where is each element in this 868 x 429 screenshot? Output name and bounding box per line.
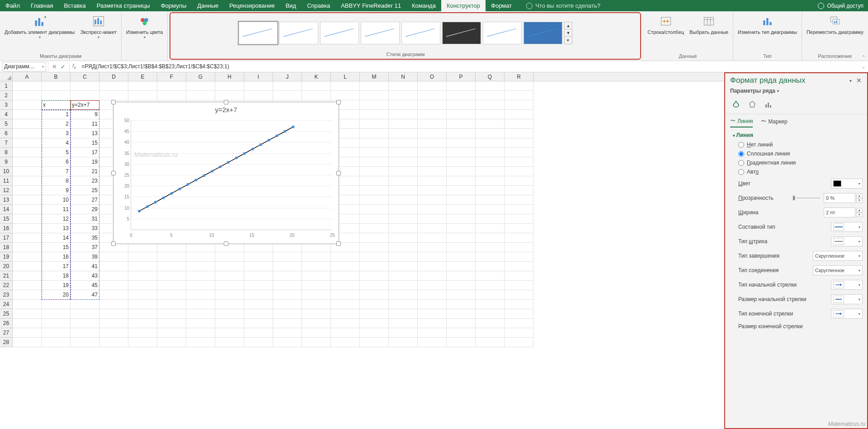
- cell[interactable]: [389, 328, 418, 338]
- cell[interactable]: [157, 243, 186, 252]
- cell[interactable]: [71, 300, 99, 309]
- cell[interactable]: [215, 319, 244, 328]
- cell[interactable]: [476, 119, 505, 129]
- cell[interactable]: [505, 214, 533, 224]
- cell[interactable]: [360, 81, 389, 91]
- cell[interactable]: [360, 214, 389, 224]
- col-header[interactable]: H: [215, 72, 244, 81]
- tab-Вид[interactable]: Вид: [280, 0, 302, 11]
- cell[interactable]: [244, 300, 273, 309]
- cell[interactable]: [42, 328, 71, 338]
- cell[interactable]: 29: [71, 205, 99, 214]
- cell[interactable]: [13, 205, 42, 214]
- gallery-scroll[interactable]: ▲▼▾: [564, 22, 572, 44]
- cell[interactable]: [389, 309, 418, 319]
- cell[interactable]: [157, 252, 186, 262]
- cell[interactable]: [389, 176, 418, 186]
- move-chart-button[interactable]: Переместить диаграмму: [805, 13, 865, 36]
- spin-buttons[interactable]: ▴▾: [856, 208, 863, 217]
- cell[interactable]: [42, 319, 71, 328]
- cell[interactable]: [302, 281, 331, 290]
- cell[interactable]: [505, 167, 533, 176]
- cell[interactable]: [505, 224, 533, 233]
- transparency-slider[interactable]: [793, 198, 820, 198]
- cell[interactable]: [331, 91, 360, 100]
- cell[interactable]: [13, 233, 42, 243]
- cell[interactable]: [273, 81, 302, 91]
- cell[interactable]: [13, 138, 42, 148]
- cell[interactable]: [273, 328, 302, 338]
- style-thumb[interactable]: [442, 22, 481, 44]
- row-header[interactable]: 14: [0, 205, 13, 214]
- cell[interactable]: [360, 233, 389, 243]
- cell[interactable]: [128, 243, 157, 252]
- cell[interactable]: [389, 148, 418, 157]
- cell[interactable]: 17: [42, 262, 71, 271]
- cell[interactable]: 2: [42, 119, 71, 129]
- cell[interactable]: [128, 309, 157, 319]
- cell[interactable]: [418, 328, 447, 338]
- cell[interactable]: 12: [42, 214, 71, 224]
- col-header[interactable]: R: [505, 72, 533, 81]
- cell[interactable]: [99, 300, 128, 309]
- cell[interactable]: [244, 81, 273, 91]
- cell[interactable]: 43: [71, 271, 99, 281]
- cell[interactable]: [476, 176, 505, 186]
- cell[interactable]: [186, 309, 215, 319]
- cell[interactable]: [302, 81, 331, 91]
- cell[interactable]: [447, 243, 476, 252]
- cell[interactable]: [13, 281, 42, 290]
- col-header[interactable]: Q: [476, 72, 505, 81]
- radio-auto[interactable]: Авто: [733, 167, 863, 176]
- cell[interactable]: [157, 309, 186, 319]
- cell[interactable]: [157, 81, 186, 91]
- cell[interactable]: [302, 319, 331, 328]
- cell[interactable]: [215, 271, 244, 281]
- row-header[interactable]: 6: [0, 129, 13, 138]
- cell[interactable]: [418, 167, 447, 176]
- cell[interactable]: [302, 262, 331, 271]
- cell[interactable]: [418, 338, 447, 347]
- chart-plot-area[interactable]: 51015202530354045500510152025: [131, 120, 332, 230]
- cell[interactable]: [244, 328, 273, 338]
- row-header[interactable]: 26: [0, 319, 13, 328]
- cell[interactable]: [476, 186, 505, 195]
- cell[interactable]: 13: [71, 129, 99, 138]
- cell[interactable]: [157, 338, 186, 347]
- cell[interactable]: [302, 271, 331, 281]
- cell[interactable]: [447, 167, 476, 176]
- cell[interactable]: [447, 338, 476, 347]
- cell[interactable]: [186, 91, 215, 100]
- cell[interactable]: 8: [42, 176, 71, 186]
- cell[interactable]: 31: [71, 214, 99, 224]
- cell[interactable]: [157, 300, 186, 309]
- cell[interactable]: 23: [71, 176, 99, 186]
- cell[interactable]: [476, 81, 505, 91]
- cell[interactable]: [447, 281, 476, 290]
- cell[interactable]: [505, 186, 533, 195]
- cell[interactable]: [505, 309, 533, 319]
- cell[interactable]: 11: [71, 119, 99, 129]
- worksheet[interactable]: ABCDEFGHIJKLMNOPQR 123xy=2x+741952116313…: [0, 72, 724, 429]
- cell[interactable]: [186, 243, 215, 252]
- cell[interactable]: [128, 81, 157, 91]
- share-button[interactable]: Общий доступ: [827, 3, 863, 9]
- cell[interactable]: [476, 233, 505, 243]
- cell[interactable]: [476, 309, 505, 319]
- cell[interactable]: [13, 81, 42, 91]
- cell[interactable]: [99, 81, 128, 91]
- cell[interactable]: [157, 328, 186, 338]
- cell[interactable]: [157, 262, 186, 271]
- select-data-button[interactable]: Выбрать данные: [688, 13, 730, 36]
- cell[interactable]: [215, 309, 244, 319]
- cell[interactable]: [389, 338, 418, 347]
- row-header[interactable]: 16: [0, 224, 13, 233]
- cell[interactable]: [505, 300, 533, 309]
- cell[interactable]: [505, 119, 533, 129]
- cell[interactable]: 14: [42, 233, 71, 243]
- cell[interactable]: y=2x+7: [71, 100, 99, 110]
- cell[interactable]: [13, 262, 42, 271]
- cell[interactable]: [244, 252, 273, 262]
- cell[interactable]: 25: [71, 186, 99, 195]
- cell[interactable]: [476, 328, 505, 338]
